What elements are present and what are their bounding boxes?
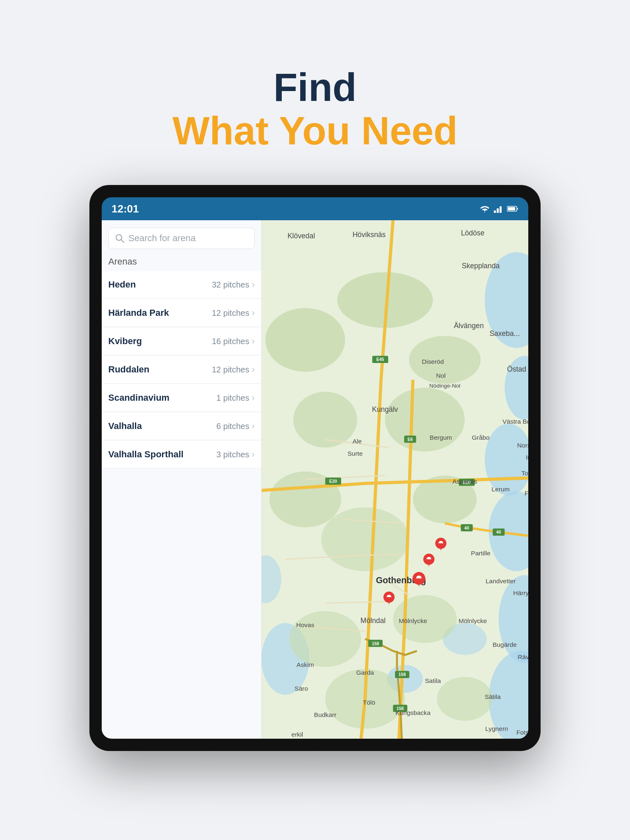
signal-icon [494, 205, 504, 213]
arena-name-heden: Heden [108, 279, 136, 290]
arena-right-heden: 32 pitches › [212, 279, 255, 290]
svg-text:Ingared: Ingared [526, 454, 528, 461]
chevron-icon-scandinavium: › [252, 393, 255, 403]
svg-text:Bugärde: Bugärde [493, 641, 517, 648]
chevron-icon-heden: › [252, 279, 255, 290]
svg-point-18 [265, 308, 345, 372]
arena-name-harlanda: Härlanda Park [108, 308, 169, 318]
chevron-icon-valhalla: › [252, 421, 255, 431]
svg-text:Skepplanda: Skepplanda [462, 262, 500, 270]
svg-rect-4 [508, 207, 515, 210]
arena-item-scandinavium[interactable]: Scandinavium 1 pitches › [102, 384, 261, 412]
svg-line-6 [121, 240, 124, 242]
map-panel: E45 E6 E20 E20 40 40 [262, 220, 528, 739]
arena-right-harlanda: 12 pitches › [212, 308, 255, 318]
arena-name-valhalla-sporthall: Valhalla Sporthall [108, 449, 183, 460]
svg-text:Ale: Ale [352, 438, 361, 445]
svg-text:Lödöse: Lödöse [461, 229, 484, 237]
arena-item-heden[interactable]: Heden 32 pitches › [102, 271, 261, 299]
svg-text:Landvetter: Landvetter [486, 578, 516, 584]
svg-text:Härryda: Härryda [513, 589, 528, 596]
chevron-icon-harlanda: › [252, 308, 255, 318]
arena-name-scandinavium: Scandinavium [108, 393, 169, 403]
svg-text:Partille: Partille [471, 550, 491, 557]
svg-text:Budkarr: Budkarr [314, 711, 336, 718]
svg-text:Satila: Satila [425, 677, 441, 684]
wifi-icon [479, 205, 491, 213]
arena-pitches-valhalla: 6 pitches [217, 422, 249, 431]
arena-item-harlanda[interactable]: Härlanda Park 12 pitches › [102, 299, 261, 327]
chevron-icon-kviberg: › [252, 336, 255, 347]
svg-point-21 [293, 392, 357, 447]
svg-text:erkil: erkil [292, 731, 304, 738]
svg-text:Kungälv: Kungälv [372, 405, 398, 413]
svg-point-22 [385, 388, 465, 452]
arena-item-valhalla[interactable]: Valhalla 6 pitches › [102, 413, 261, 440]
svg-text:Nödinge-Nol: Nödinge-Nol [429, 383, 461, 389]
svg-text:158: 158 [399, 672, 406, 677]
search-container: Search for arena [102, 220, 261, 253]
svg-text:Bergum: Bergum [430, 434, 452, 441]
hero-title-find: Find [172, 66, 457, 109]
svg-text:Tollered: Tollered [521, 470, 528, 477]
arena-item-kviberg[interactable]: Kviberg 16 pitches › [102, 328, 261, 355]
svg-text:40: 40 [496, 530, 501, 534]
arenas-section-label: Arenas [102, 253, 261, 270]
svg-text:Aspenäs: Aspenäs [452, 478, 477, 485]
svg-text:Sätila: Sätila [485, 693, 501, 700]
svg-text:Mölndal: Mölndal [361, 616, 386, 625]
svg-text:Lygnern: Lygnern [485, 725, 508, 732]
search-icon [115, 234, 124, 243]
svg-text:Askim: Askim [297, 661, 314, 668]
svg-text:E20: E20 [329, 479, 337, 484]
search-placeholder: Search for arena [128, 233, 196, 244]
svg-text:Gråbo: Gråbo [472, 434, 489, 441]
arena-name-kviberg: Kviberg [108, 336, 142, 347]
svg-text:Floda: Floda [525, 490, 528, 497]
svg-text:E45: E45 [377, 357, 384, 362]
arena-right-valhalla-sporthall: 3 pitches › [217, 449, 255, 460]
search-box[interactable]: Search for arena [108, 228, 255, 249]
svg-text:Kungsbacka: Kungsbacka [395, 709, 431, 716]
svg-point-26 [289, 611, 361, 667]
arena-right-ruddalen: 12 pitches › [212, 364, 255, 375]
svg-text:Klövedal: Klövedal [288, 232, 315, 240]
arena-item-ruddalen[interactable]: Ruddalen 12 pitches › [102, 356, 261, 383]
svg-text:Mölnlycke: Mölnlycke [399, 617, 427, 624]
svg-text:Nol: Nol [436, 372, 445, 379]
svg-text:Lerum: Lerum [492, 486, 510, 493]
arena-pitches-heden: 32 pitches [212, 280, 249, 290]
svg-text:Norsesund: Norsesund [517, 442, 528, 449]
svg-rect-1 [497, 208, 499, 213]
arena-right-valhalla: 6 pitches › [217, 421, 255, 431]
arena-item-valhalla-sporthall[interactable]: Valhalla Sporthall 3 pitches › [102, 441, 261, 468]
svg-text:158: 158 [372, 641, 379, 646]
arena-right-kviberg: 16 pitches › [212, 336, 255, 347]
arena-pitches-kviberg: 16 pitches [212, 337, 249, 346]
left-panel: Search for arena Arenas Heden 32 pitches… [102, 220, 262, 739]
arena-pitches-valhalla-sporthall: 3 pitches [217, 450, 249, 459]
svg-text:Mölnlycke: Mölnlycke [459, 617, 487, 624]
svg-text:Saxeba...: Saxeba... [489, 329, 520, 338]
svg-point-25 [321, 507, 409, 571]
arena-list: Heden 32 pitches › Härlanda Park 12 pitc… [102, 270, 261, 739]
svg-text:Västra Bodarna: Västra Bodarna [502, 418, 528, 425]
hero-section: Find What You Need [172, 0, 457, 185]
svg-text:Tölö: Tölö [363, 699, 375, 706]
status-bar: 12:01 [102, 197, 528, 220]
svg-rect-0 [494, 210, 496, 213]
map-svg: E45 E6 E20 E20 40 40 [262, 220, 528, 739]
app-content: Search for arena Arenas Heden 32 pitches… [102, 220, 528, 739]
svg-text:Fotska...: Fotska... [516, 729, 528, 736]
chevron-icon-valhalla-sporthall: › [252, 449, 255, 460]
svg-text:Rävla...: Rävla... [518, 653, 528, 660]
arena-pitches-harlanda: 12 pitches [212, 308, 249, 318]
svg-text:Diseröd: Diseröd [422, 358, 444, 365]
svg-text:Säro: Säro [294, 685, 308, 692]
chevron-icon-ruddalen: › [252, 364, 255, 375]
svg-text:Älvängen: Älvängen [454, 322, 484, 330]
arena-name-valhalla: Valhalla [108, 421, 142, 431]
svg-text:Höviksnäs: Höviksnäs [352, 231, 386, 239]
svg-text:Hovas: Hovas [296, 621, 314, 628]
battery-icon [507, 205, 518, 212]
